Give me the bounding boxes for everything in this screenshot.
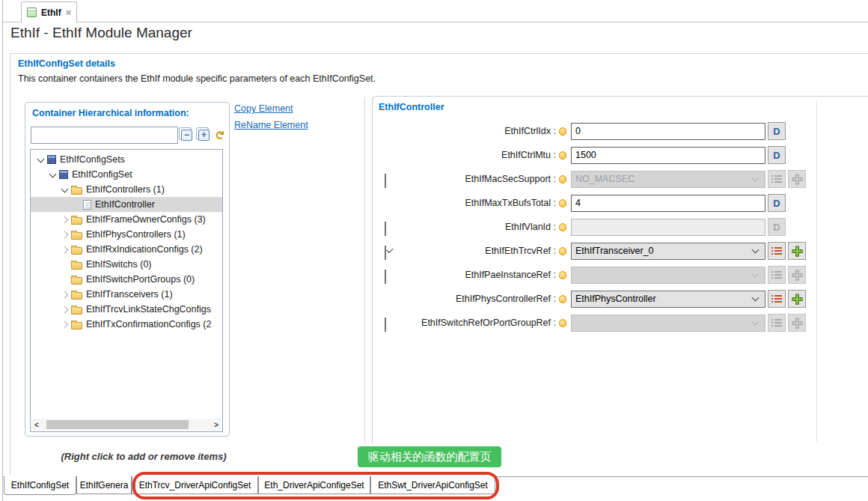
tree-panel-title: Container Hierarchical information:: [32, 108, 189, 118]
chevron-down-icon[interactable]: [49, 170, 58, 179]
tree-item-label: EthIfRxIndicationConfigs (2): [86, 244, 203, 255]
reference-list-icon[interactable]: [768, 290, 786, 308]
no-expander: [73, 200, 82, 209]
bulb-icon: [559, 319, 566, 327]
chevron-right-icon[interactable]: [61, 215, 70, 224]
editor-tabbar-divider: [3, 22, 868, 22]
tree-item-label: EthIfController: [95, 199, 155, 210]
default-value-button[interactable]: D: [768, 194, 786, 212]
default-value-button[interactable]: D: [768, 146, 786, 164]
refresh-icon[interactable]: ↻: [213, 130, 227, 140]
chevron-down-icon[interactable]: [37, 155, 46, 164]
form-row: EthIfMaxTxBufsTotal : 4 D: [373, 191, 867, 215]
left-panel-edge: [2, 0, 3, 501]
close-icon[interactable]: ×: [66, 7, 72, 17]
checkbox-checked[interactable]: [385, 246, 386, 260]
form-row: EthIfMacSecSupport : NO_MACSEC: [373, 167, 867, 191]
tree-item[interactable]: EthIfTxConfirmationConfigs (2: [31, 317, 222, 332]
tree-item-label: EthIfConfigSets: [60, 154, 125, 165]
checkbox-unchecked[interactable]: [385, 222, 386, 236]
checkbox-unchecked[interactable]: [385, 318, 386, 332]
scrollbar-track[interactable]: [42, 420, 211, 429]
scroll-right-icon[interactable]: >: [211, 421, 221, 429]
tree-item-label: EthIfSwitchs (0): [86, 259, 152, 270]
tree-item[interactable]: EthIfTrcvLinkStateChgConfigs: [31, 302, 222, 317]
checkbox-unchecked[interactable]: [385, 270, 386, 284]
form-row: EthIfSwitchRefOrPortGroupRef :: [373, 311, 867, 335]
add-plus-icon[interactable]: [788, 290, 806, 308]
tree: EthIfConfigSetsEthIfConfigSetEthIfContro…: [31, 152, 222, 332]
add-plus-icon: [788, 170, 806, 188]
doc-icon: [83, 200, 91, 210]
dropdown-select: [571, 315, 765, 332]
bottom-tab-EthIfConfigSet[interactable]: EthIfConfigSet: [4, 476, 76, 495]
bulb-icon: [559, 199, 566, 207]
tree-item[interactable]: EthIfConfigSet: [31, 167, 222, 182]
tree-item[interactable]: EthIfController: [31, 197, 222, 212]
folder-icon: [71, 322, 82, 330]
field-value: NO_MACSEC: [575, 174, 635, 184]
tree-item[interactable]: EthIfPhysControllers (1): [31, 227, 222, 242]
scroll-left-icon[interactable]: <: [31, 421, 42, 429]
dropdown-select: NO_MACSEC: [571, 171, 765, 188]
collapse-all-icon[interactable]: −: [181, 130, 192, 141]
expand-all-icon[interactable]: +: [198, 130, 210, 141]
editor-tab-label: EthIf: [41, 7, 61, 18]
chevron-down-icon: [752, 174, 760, 181]
field-label: EthIfPaeInstanceRef :: [397, 270, 556, 280]
text-input[interactable]: 4: [571, 195, 765, 212]
chevron-right-icon[interactable]: [61, 320, 70, 329]
bottom-tab-EthSwt_DriverApiConfigSet[interactable]: EthSwt_DriverApiConfigSet: [370, 476, 495, 494]
text-input[interactable]: 0: [571, 123, 765, 140]
horizontal-scrollbar[interactable]: < >: [31, 419, 221, 431]
default-value-button: D: [768, 218, 786, 236]
field-label: EthIfCtrlMtu :: [397, 150, 556, 160]
bottom-tab-EthTrcv_DriverApiConfigSet[interactable]: EthTrcv_DriverApiConfigSet: [132, 476, 258, 494]
tree-item[interactable]: EthIfConfigSets: [31, 152, 222, 167]
chevron-right-icon[interactable]: [61, 245, 70, 254]
app-window: EthIf × EthIf - EthIf Module Manager Eth…: [0, 0, 868, 501]
chevron-down-icon: [752, 294, 760, 301]
tree-item-label: EthIfSwitchPortGroups (0): [86, 274, 195, 285]
checkbox-unchecked[interactable]: [385, 174, 386, 188]
form-panel: EthIfController EthIfCtrlIdx : 0 D EthIf…: [372, 96, 868, 443]
bulb-icon: [559, 127, 566, 136]
bulb-icon: [559, 175, 566, 183]
reference-list-icon[interactable]: [768, 242, 786, 260]
field-value: 0: [575, 126, 581, 136]
tree-item[interactable]: EthIfSwitchs (0): [31, 257, 222, 272]
editor-tab-ethif[interactable]: EthIf ×: [21, 1, 77, 22]
tree-item[interactable]: EthIfControllers (1): [31, 182, 222, 197]
bulb-icon: [559, 151, 566, 160]
tree-item-label: EthIfTxConfirmationConfigs (2: [86, 319, 211, 330]
form-row: EthIfPhysControllerRef : EthIfPhysContro…: [373, 287, 867, 311]
folder-icon: [71, 232, 82, 240]
chevron-right-icon[interactable]: [61, 230, 70, 239]
bottom-tab-EthIfGenera[interactable]: EthIfGenera: [76, 476, 132, 494]
dropdown-select[interactable]: EthIfPhysController: [571, 291, 765, 308]
text-input[interactable]: 1500: [571, 147, 765, 164]
dropdown-select[interactable]: EthIfTransceiver_0: [571, 243, 765, 260]
chevron-right-icon[interactable]: [61, 305, 70, 314]
tree-item[interactable]: EthIfFrameOwnerConfigs (3): [31, 212, 222, 227]
chevron-right-icon[interactable]: [61, 290, 70, 299]
tree-item[interactable]: EthIfSwitchPortGroups (0): [31, 272, 222, 287]
folder-icon: [71, 262, 82, 270]
section-description: This container containers the EthIf modu…: [18, 73, 376, 84]
search-input[interactable]: [31, 127, 178, 144]
rename-element-link[interactable]: ReName Element: [234, 120, 308, 130]
default-value-button[interactable]: D: [768, 122, 786, 140]
chevron-down-icon: [752, 318, 760, 325]
scrollbar-thumb[interactable]: [46, 420, 189, 429]
field-value: 4: [575, 198, 581, 208]
copy-element-link[interactable]: Copy Element: [234, 103, 293, 114]
bottom-tab-Eth_DriverApiConfigeSet[interactable]: Eth_DriverApiConfigeSet: [258, 476, 370, 494]
tree-box: EthIfConfigSetsEthIfConfigSetEthIfContro…: [30, 149, 223, 432]
tree-item[interactable]: EthIfRxIndicationConfigs (2): [31, 242, 222, 257]
chevron-down-icon[interactable]: [61, 185, 70, 194]
add-plus-icon[interactable]: [788, 242, 806, 260]
field-label: EthIfPhysControllerRef :: [397, 294, 556, 304]
form-row: EthIfCtrlMtu : 1500 D: [373, 143, 867, 167]
module-icon: [59, 170, 68, 179]
tree-item[interactable]: EthIfTransceivers (1): [31, 287, 222, 302]
